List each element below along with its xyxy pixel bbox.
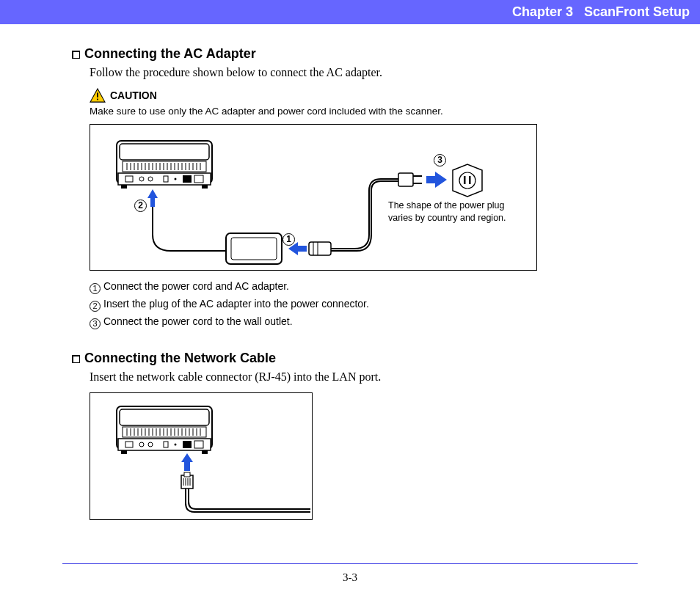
svg-marker-48	[426, 172, 447, 188]
svg-rect-40	[231, 238, 277, 260]
svg-rect-88	[181, 475, 193, 489]
svg-rect-1	[97, 92, 98, 97]
svg-rect-31	[164, 176, 168, 182]
svg-rect-83	[183, 441, 192, 448]
svg-marker-37	[147, 189, 158, 207]
section1-heading-text: Connecting the AC Adapter	[84, 46, 256, 61]
section-heading-ac-adapter: Connecting the AC Adapter	[72, 46, 638, 62]
svg-rect-33	[183, 175, 192, 183]
section-heading-network: Connecting the Network Cable	[72, 351, 638, 366]
svg-point-32	[175, 178, 177, 180]
figure-note: The shape of the power plug varies by co…	[388, 200, 528, 224]
page-content: Connecting the AC Adapter Follow the pro…	[0, 24, 700, 520]
svg-rect-34	[194, 175, 203, 183]
svg-point-79	[139, 442, 144, 447]
ac-adapter-diagram	[90, 125, 538, 271]
caution-text: Make sure to use only the AC adapter and…	[90, 106, 638, 117]
svg-rect-36	[202, 185, 208, 189]
svg-point-50	[459, 172, 475, 189]
svg-rect-45	[398, 173, 413, 186]
svg-rect-42	[309, 242, 331, 255]
svg-rect-78	[125, 442, 133, 447]
figure-network-cable	[90, 392, 313, 520]
caution-icon	[90, 88, 106, 103]
page-footer: 3-3	[62, 563, 638, 584]
chapter-header: Chapter 3 ScanFront Setup	[0, 0, 700, 24]
footer-rule	[62, 563, 638, 564]
svg-rect-2	[97, 99, 98, 100]
svg-rect-28	[125, 176, 133, 182]
svg-rect-54	[120, 409, 209, 425]
svg-rect-5	[123, 161, 206, 172]
svg-rect-55	[123, 427, 206, 437]
svg-rect-86	[202, 450, 208, 454]
section1-intro: Follow the procedure shown below to conn…	[90, 66, 638, 79]
svg-point-30	[148, 177, 153, 181]
network-diagram	[90, 393, 313, 521]
chapter-title: ScanFront Setup	[584, 4, 690, 19]
svg-rect-35	[121, 185, 127, 189]
svg-rect-81	[164, 442, 168, 447]
section2-intro: Insert the network cable connector (RJ-4…	[90, 370, 638, 384]
svg-rect-4	[120, 144, 209, 160]
step-1: 1Connect the power cord and AC adapter.	[90, 278, 638, 296]
svg-rect-89	[184, 472, 190, 477]
bullet-icon	[72, 51, 80, 59]
svg-point-29	[139, 177, 144, 181]
svg-point-82	[175, 444, 177, 446]
svg-rect-51	[464, 176, 466, 184]
callout-2: 2	[134, 200, 147, 212]
bullet-icon	[72, 355, 80, 363]
page-number: 3-3	[62, 571, 638, 584]
svg-rect-52	[469, 176, 471, 184]
svg-rect-85	[121, 450, 127, 454]
step-2: 2Insert the plug of the AC adapter into …	[90, 296, 638, 313]
figure-ac-adapter: 2 1 3 The shape of the power plug varies…	[90, 124, 537, 271]
svg-point-80	[148, 442, 153, 447]
callout-3: 3	[434, 154, 446, 167]
svg-marker-87	[181, 453, 193, 471]
steps-list: 1Connect the power cord and AC adapter. …	[90, 278, 638, 330]
callout-1: 1	[282, 233, 295, 246]
caution-label: CAUTION	[110, 89, 157, 101]
section2-heading-text: Connecting the Network Cable	[84, 351, 276, 365]
caution-row: CAUTION	[90, 88, 638, 103]
svg-rect-84	[194, 441, 203, 448]
step-3: 3Connect the power cord to the wall outl…	[90, 313, 638, 331]
chapter-number: Chapter 3	[512, 4, 573, 19]
